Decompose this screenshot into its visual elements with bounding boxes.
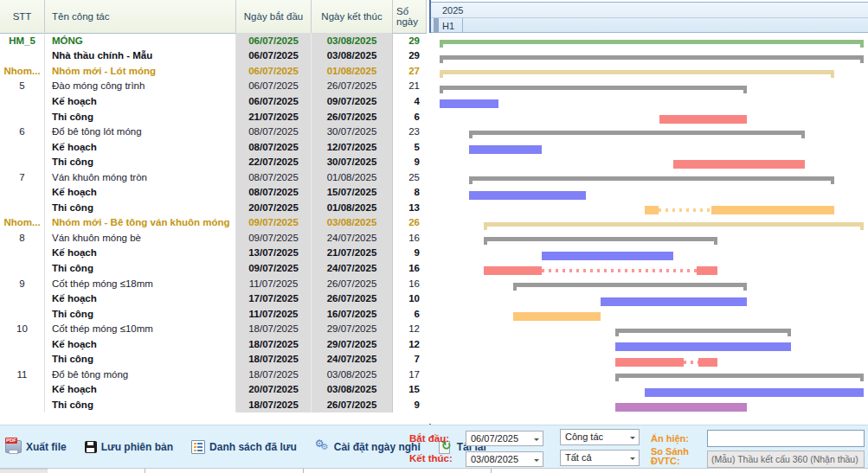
table-row[interactable]: Kế hoạch13/07/202521/07/20259 — [0, 246, 427, 261]
cell-stt — [0, 306, 45, 322]
task-filter-value: Công tác — [565, 431, 603, 442]
export-file-button[interactable]: Xuất file — [5, 440, 67, 453]
cell-days: 23 — [393, 124, 427, 139]
gantt-task-bar[interactable] — [469, 145, 543, 154]
gantt-task-bar[interactable] — [645, 206, 835, 214]
gantt-bar-segment — [469, 145, 543, 154]
column-header-end[interactable]: Ngày kết thúc — [312, 0, 393, 33]
gantt-summary-bar[interactable] — [615, 374, 864, 381]
cell-end: 03/08/2025 — [312, 48, 393, 64]
gantt-bar-segment — [440, 99, 498, 108]
gantt-summary-bar[interactable] — [440, 70, 834, 78]
gantt-task-bar[interactable] — [673, 160, 805, 169]
gantt-summary-bar[interactable] — [615, 329, 791, 336]
cell-end: 29/07/2025 — [312, 321, 393, 336]
gantt-summary-bar[interactable] — [469, 176, 835, 184]
task-table-body: HM_5MÓNG06/07/202503/08/202529Nhà thầu c… — [0, 33, 427, 413]
table-row[interactable]: 6Đổ bê tông lót móng08/07/202530/07/2025… — [0, 124, 427, 139]
compare-contractor-field[interactable]: (Mẫu) Thầu kết cấu 360 (Nhận thầu) — [707, 451, 865, 468]
cell-end: 03/08/2025 — [312, 215, 393, 231]
divider — [145, 469, 145, 473]
table-row[interactable]: Nhom...Nhóm mới - Bê tông ván khuôn móng… — [0, 215, 427, 231]
gantt-task-bar[interactable] — [601, 297, 747, 306]
gantt-summary-bar[interactable] — [513, 283, 747, 291]
gantt-task-bar[interactable] — [659, 115, 747, 124]
table-row[interactable]: Thi công09/07/202524/07/202516 — [0, 260, 427, 276]
table-row[interactable]: Thi công18/07/202526/07/20259 — [0, 397, 427, 412]
table-row[interactable]: Kế hoạch08/07/202512/07/20255 — [0, 139, 427, 155]
cell-stt: 8 — [0, 230, 45, 246]
table-row[interactable]: 7Ván khuôn móng tròn08/07/202501/08/2025… — [0, 169, 427, 185]
table-row[interactable]: Thi công20/07/202501/08/202513 — [0, 200, 427, 215]
column-header-stt[interactable]: STT — [0, 0, 45, 33]
gantt-task-bar[interactable] — [615, 403, 747, 412]
gantt-summary-bar[interactable] — [440, 55, 864, 63]
table-row[interactable]: 5Đào móng công trình06/07/202526/07/2025… — [0, 79, 427, 94]
table-row[interactable]: Thi công18/07/202524/07/20257 — [0, 351, 427, 367]
cell-stt: 6 — [0, 124, 45, 139]
cell-end: 03/08/2025 — [312, 382, 393, 398]
show-hide-input[interactable] — [707, 430, 865, 447]
cell-stt: HM_5 — [0, 33, 45, 48]
gantt-task-bar[interactable] — [542, 252, 673, 260]
end-date-combobox[interactable]: 03/08/2025 — [466, 451, 543, 467]
gantt-summary-bar[interactable] — [440, 40, 864, 48]
table-row[interactable]: HM_5MÓNG06/07/202503/08/202529 — [0, 33, 427, 48]
task-filter-combobox[interactable]: Công tác — [560, 429, 640, 445]
table-row[interactable]: 10Cốt thép móng ≤10mm18/07/202529/07/202… — [0, 321, 427, 336]
start-date-value: 06/07/2025 — [471, 433, 518, 444]
gantt-bar-gap-dots — [684, 361, 698, 364]
column-header-days[interactable]: Số ngày — [393, 0, 427, 33]
gantt-task-bar[interactable] — [615, 342, 791, 351]
gantt-bar-segment — [698, 358, 717, 367]
cell-days: 12 — [393, 336, 427, 352]
save-version-label: Lưu phiên bản — [101, 441, 173, 453]
cell-stt: 9 — [0, 276, 45, 291]
start-date-combobox[interactable]: 06/07/2025 — [466, 431, 543, 446]
cell-name: Thi công — [45, 260, 236, 276]
table-row[interactable]: Kế hoạch08/07/202515/07/20258 — [0, 184, 427, 200]
table-row[interactable]: Kế hoạch20/07/202503/08/202515 — [0, 382, 427, 398]
cell-name: Thi công — [45, 200, 236, 215]
cell-days: 6 — [393, 109, 427, 125]
cell-end: 03/08/2025 — [312, 33, 393, 48]
cell-days: 9 — [393, 246, 427, 261]
gantt-summary-bar[interactable] — [484, 222, 864, 230]
cell-end: 30/07/2025 — [312, 154, 393, 169]
cell-name: Thi công — [45, 154, 236, 169]
gantt-summary-bar[interactable] — [440, 86, 747, 93]
cell-days: 25 — [393, 169, 427, 185]
gantt-task-bar[interactable] — [645, 388, 865, 397]
saved-list-button[interactable]: Danh sách đã lưu — [191, 440, 297, 454]
table-row[interactable]: Thi công21/07/202526/07/20256 — [0, 109, 427, 125]
gantt-task-bar[interactable] — [469, 191, 586, 200]
cell-stt — [0, 139, 45, 155]
floppy-icon — [85, 441, 97, 453]
column-header-start[interactable]: Ngày bắt đầu — [236, 0, 312, 33]
table-row[interactable]: 9Cốt thép móng ≤18mm11/07/202526/07/2025… — [0, 276, 427, 291]
table-row[interactable]: Nhà thầu chính - Mẫu06/07/202503/08/2025… — [0, 48, 427, 64]
gantt-task-bar[interactable] — [513, 312, 601, 321]
cell-start: 17/07/2025 — [236, 291, 312, 306]
gantt-summary-bar[interactable] — [484, 237, 717, 245]
gantt-task-bar[interactable] — [440, 99, 498, 108]
cell-end: 15/07/2025 — [312, 184, 393, 200]
column-header-name[interactable]: Tên công tác — [45, 0, 236, 33]
table-row[interactable]: Thi công22/07/202530/07/20259 — [0, 154, 427, 169]
table-row[interactable]: Thi công11/07/202516/07/20256 — [0, 306, 427, 322]
table-row[interactable]: Kế hoạch17/07/202526/07/202510 — [0, 291, 427, 306]
table-row[interactable]: Kế hoạch06/07/202509/07/20254 — [0, 93, 427, 109]
cell-name: Nhà thầu chính - Mẫu — [45, 48, 236, 64]
gantt-bar-segment — [645, 206, 659, 214]
cell-end: 21/07/2025 — [312, 246, 393, 261]
gantt-task-bar[interactable] — [484, 266, 717, 275]
table-row[interactable]: 8Ván khuôn móng bè09/07/202524/07/202516 — [0, 230, 427, 246]
holiday-settings-button[interactable]: Cài đặt ngày nghỉ — [315, 440, 421, 454]
table-row[interactable]: Nhom...Nhóm mới - Lót móng06/07/202501/0… — [0, 63, 427, 79]
table-row[interactable]: Kế hoạch18/07/202529/07/202512 — [0, 336, 427, 352]
gantt-summary-bar[interactable] — [469, 131, 806, 138]
table-row[interactable]: 11Đổ bê tông móng18/07/202503/08/202517 — [0, 367, 427, 382]
scope-filter-combobox[interactable]: Tất cả — [560, 450, 640, 466]
gantt-task-bar[interactable] — [615, 358, 717, 367]
save-version-button[interactable]: Lưu phiên bản — [85, 441, 173, 453]
